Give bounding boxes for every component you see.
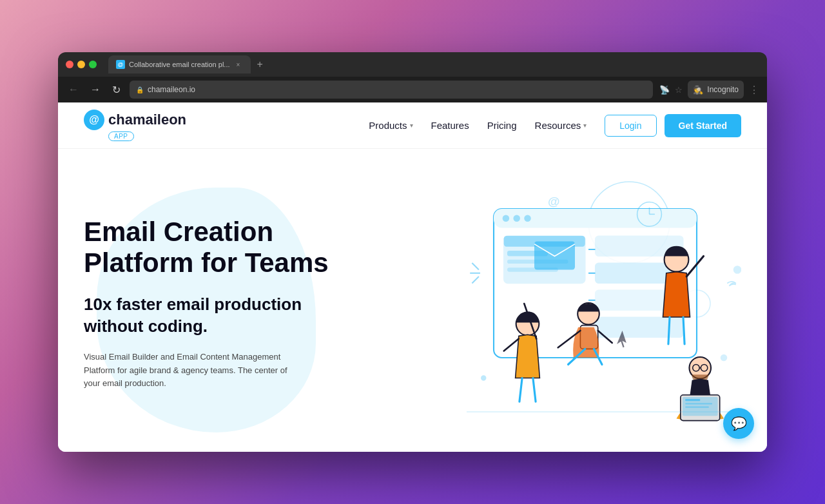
browser-tab[interactable]: @ Collaborative email creation pl... × — [108, 55, 251, 73]
hero-subtitle: 10x faster email production without codi… — [84, 294, 354, 338]
tab-title: Collaborative email creation pl... — [129, 61, 230, 68]
svg-rect-47 — [685, 407, 709, 408]
incognito-label: Incognito — [707, 85, 739, 94]
svg-point-50 — [721, 354, 728, 362]
nav-actions: Login Get Started — [605, 114, 741, 137]
toolbar-actions: 📡 ☆ 🕵️ Incognito ⋮ — [659, 81, 759, 99]
nav-links: Products ▾ Features Pricing Resources ▾ — [369, 120, 587, 131]
traffic-lights — [66, 61, 97, 68]
logo-area: @ chamaileon APP — [84, 110, 186, 141]
bookmark-icon[interactable]: ☆ — [675, 85, 683, 95]
close-button[interactable] — [66, 61, 73, 68]
back-button[interactable]: ← — [66, 81, 81, 98]
chevron-down-icon-resources: ▾ — [583, 122, 587, 129]
logo-main: @ chamaileon — [84, 110, 186, 130]
logo-text[interactable]: chamaileon — [108, 111, 186, 128]
hero-left: Email Creation Platform for Teams 10x fa… — [84, 217, 354, 391]
nav-products-label: Products — [369, 120, 407, 131]
svg-point-48 — [481, 375, 486, 380]
incognito-icon: 🕵️ — [693, 85, 703, 95]
svg-point-4 — [503, 215, 510, 222]
svg-line-37 — [519, 378, 522, 402]
hero-illustration: @ — [354, 168, 741, 439]
hero-title: Email Creation Platform for Teams — [84, 217, 354, 279]
navbar: @ chamaileon APP Products ▾ Features Pri… — [58, 102, 767, 149]
url-text: chamaileon.io — [148, 85, 195, 94]
incognito-badge: 🕵️ Incognito — [688, 81, 744, 99]
hero-description: Visual Email Builder and Email Content M… — [84, 351, 303, 391]
svg-line-27 — [683, 317, 684, 344]
menu-icon[interactable]: ⋮ — [749, 84, 759, 96]
address-bar[interactable]: 🔒 chamaileon.io — [130, 81, 653, 99]
svg-line-23 — [472, 263, 479, 270]
nav-features-label: Features — [431, 120, 469, 131]
svg-rect-46 — [685, 403, 712, 404]
logo-badge: APP — [108, 131, 134, 141]
hero-section: Email Creation Platform for Teams 10x fa… — [58, 149, 767, 452]
nav-item-products[interactable]: Products ▾ — [369, 120, 412, 131]
svg-text:@: @ — [548, 195, 559, 208]
hero-right: @ — [354, 168, 741, 439]
tab-favicon: @ — [116, 60, 125, 69]
nav-item-features[interactable]: Features — [431, 120, 469, 131]
minimize-button[interactable] — [77, 61, 85, 68]
new-tab-button[interactable]: + — [253, 59, 267, 70]
lock-icon: 🔒 — [136, 86, 144, 93]
page-content: @ chamaileon APP Products ▾ Features Pri… — [58, 102, 767, 452]
maximize-button[interactable] — [89, 61, 97, 68]
nav-item-pricing[interactable]: Pricing — [487, 120, 517, 131]
svg-rect-45 — [685, 399, 700, 401]
cast-icon[interactable]: 📡 — [659, 85, 670, 95]
svg-line-38 — [533, 378, 536, 402]
forward-button[interactable]: → — [88, 81, 103, 98]
browser-toolbar: ← → ↻ 🔒 chamaileon.io 📡 ☆ 🕵️ Incognito ⋮ — [58, 77, 767, 102]
browser-titlebar: @ Collaborative email creation pl... × + — [58, 52, 767, 77]
tab-bar: @ Collaborative email creation pl... × + — [108, 55, 759, 73]
logo-icon: @ — [84, 110, 104, 130]
chat-icon: 💬 — [731, 416, 747, 431]
tab-close-button[interactable]: × — [234, 60, 243, 69]
reload-button[interactable]: ↻ — [110, 81, 123, 99]
chevron-down-icon: ▾ — [410, 122, 413, 129]
svg-rect-12 — [534, 241, 575, 269]
svg-line-21 — [472, 276, 479, 284]
nav-pricing-label: Pricing — [487, 120, 517, 131]
chat-bubble-button[interactable]: 💬 — [723, 408, 754, 439]
login-button[interactable]: Login — [605, 115, 656, 137]
nav-item-resources[interactable]: Resources ▾ — [535, 120, 587, 131]
svg-point-5 — [513, 215, 520, 222]
svg-point-6 — [524, 215, 531, 222]
svg-point-49 — [733, 266, 741, 274]
browser-window: @ Collaborative email creation pl... × +… — [58, 52, 767, 452]
get-started-button[interactable]: Get Started — [665, 114, 741, 137]
nav-resources-label: Resources — [535, 120, 581, 131]
svg-line-26 — [668, 317, 670, 344]
